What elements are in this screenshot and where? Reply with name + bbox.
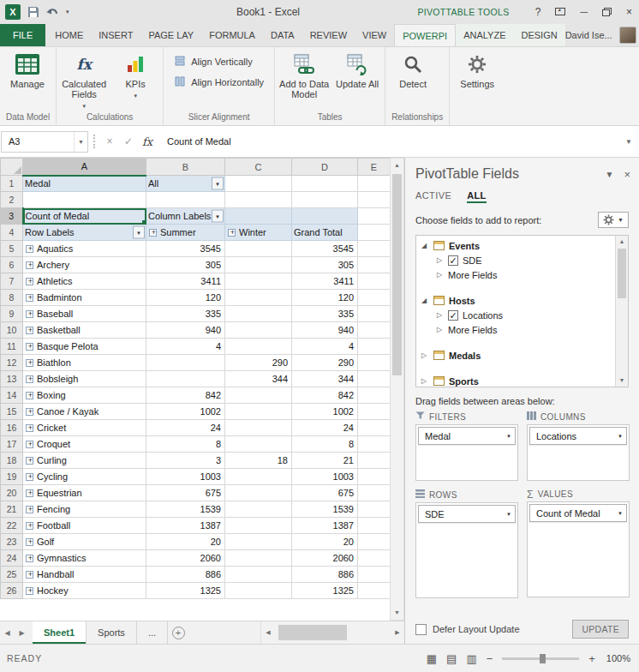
scroll-down-icon[interactable]: ▼	[616, 375, 628, 387]
row-header[interactable]: 26	[1, 583, 23, 599]
formula-bar-splitter[interactable]	[93, 135, 95, 148]
add-sheet-button[interactable]: +	[168, 621, 188, 644]
cell-row-label[interactable]: Badminton	[23, 290, 146, 306]
qat-customize-icon[interactable]: ▾	[66, 9, 69, 15]
cell-row-label[interactable]: Fencing	[23, 501, 146, 518]
cell-row-label[interactable]: Basque Pelota	[23, 339, 146, 355]
help-button[interactable]: ?	[535, 6, 541, 18]
field-label[interactable]: Hosts	[449, 296, 475, 306]
cell-summer-value[interactable]: 305	[146, 257, 225, 273]
cell-grand-total-value[interactable]: 20	[292, 534, 358, 550]
zoom-out-button[interactable]: −	[487, 652, 493, 665]
cell-grand-total-value[interactable]: 3545	[292, 241, 358, 257]
cell-grand-total-value[interactable]: 24	[292, 420, 358, 436]
excel-logo-icon[interactable]: X	[5, 4, 21, 20]
cell[interactable]	[358, 306, 391, 322]
cell[interactable]	[292, 176, 358, 192]
select-all-corner[interactable]	[1, 159, 23, 176]
row-header[interactable]: 17	[1, 436, 23, 453]
cell-winter-value[interactable]	[225, 534, 292, 550]
row-header[interactable]: 15	[1, 404, 23, 420]
scrollbar-thumb[interactable]	[392, 174, 402, 375]
row-header[interactable]: 20	[1, 485, 23, 501]
field-tree-item[interactable]: More Fields	[418, 267, 612, 282]
expand-button[interactable]	[26, 473, 33, 481]
update-all-button[interactable]: Update All	[332, 49, 382, 89]
defer-layout-checkbox[interactable]	[415, 624, 427, 635]
cell[interactable]	[358, 485, 391, 501]
cell[interactable]	[358, 192, 391, 208]
col-header-d[interactable]: D	[292, 159, 358, 176]
field-label[interactable]: More Fields	[448, 325, 497, 335]
cell-grand-total-value[interactable]: 1387	[292, 518, 358, 534]
cell-winter-value[interactable]: 18	[225, 453, 292, 469]
expand-button[interactable]	[26, 359, 33, 367]
row-header[interactable]: 5	[1, 241, 23, 257]
page-layout-view-icon[interactable]: ▤	[446, 652, 457, 665]
field-chip-count-of-medal[interactable]: Count of Medal▼	[529, 504, 627, 522]
cell-summer-value[interactable]: 20	[146, 534, 225, 550]
cell-winter-value[interactable]	[225, 404, 292, 420]
cell-grand-total-value[interactable]: 3411	[292, 273, 358, 290]
cell-row-label[interactable]: Cycling	[23, 469, 146, 485]
cell-row-label[interactable]: Biathlon	[23, 355, 146, 371]
filter-dropdown-icon[interactable]: ▼	[212, 210, 224, 223]
cell-row-label[interactable]: Handball	[23, 567, 146, 583]
sheet-tab[interactable]: ...	[137, 621, 168, 644]
tools-gear-button[interactable]: ▼	[598, 212, 629, 228]
cell[interactable]	[358, 469, 391, 485]
cell[interactable]	[358, 339, 391, 355]
cell-row-label[interactable]: Baseball	[23, 306, 146, 322]
filter-dropdown-icon[interactable]: ▼	[212, 177, 224, 190]
expand-button[interactable]	[26, 375, 33, 383]
col-header-e[interactable]: E	[358, 159, 391, 176]
cell-winter-value[interactable]	[225, 420, 292, 436]
cell-winter-value[interactable]	[225, 273, 292, 290]
cell-summer-value[interactable]: 1003	[146, 469, 225, 485]
cell-summer-value[interactable]: 3	[146, 453, 225, 469]
cell[interactable]	[358, 420, 391, 436]
row-header[interactable]: 16	[1, 420, 23, 436]
field-tree-item[interactable]: Hosts	[418, 293, 612, 308]
cell[interactable]	[23, 192, 146, 208]
expand-button[interactable]	[26, 278, 33, 285]
field-checkbox[interactable]	[448, 255, 458, 266]
row-header[interactable]: 22	[1, 518, 23, 534]
cell-winter-value[interactable]	[225, 469, 292, 485]
sheet-tab[interactable]: Sports	[87, 621, 137, 644]
cell-grand-total-value[interactable]: 886	[292, 567, 358, 583]
cell-summer-value[interactable]: 335	[146, 306, 225, 322]
normal-view-icon[interactable]: ▦	[427, 652, 437, 665]
ribbon-tab[interactable]: DESIGN	[513, 24, 564, 46]
ribbon-display-options-button[interactable]	[555, 6, 565, 18]
pane-options-icon[interactable]: ▼	[606, 170, 614, 179]
cell-grand-total-value[interactable]: 675	[292, 485, 358, 501]
cell-column-labels[interactable]: Column Labels▼	[146, 208, 225, 225]
cell-winter-value[interactable]	[225, 387, 292, 404]
field-tree-item[interactable]: Medals	[418, 348, 612, 363]
row-header[interactable]: 11	[1, 339, 23, 355]
cell-row-label[interactable]: Aquatics	[23, 241, 146, 257]
cell-grand-total-value[interactable]: 21	[292, 453, 358, 469]
name-box-dropdown-icon[interactable]: ▼	[74, 132, 87, 152]
field-label[interactable]: Events	[449, 241, 480, 251]
field-label[interactable]: SDE	[463, 255, 482, 266]
expand-button[interactable]	[26, 522, 33, 530]
update-button[interactable]: UPDATE	[572, 620, 629, 639]
minimize-button[interactable]: ─	[580, 6, 588, 18]
cell[interactable]	[358, 322, 391, 339]
row-header[interactable]: 23	[1, 534, 23, 550]
expand-button[interactable]	[26, 392, 33, 399]
cell-grand-total-value[interactable]: 305	[292, 257, 358, 273]
cell[interactable]	[358, 387, 391, 404]
row-header[interactable]: 21	[1, 501, 23, 518]
cell-summer-value[interactable]: 1539	[146, 501, 225, 518]
cell-summer-value[interactable]: 1387	[146, 518, 225, 534]
cell-row-label[interactable]: Canoe / Kayak	[23, 404, 146, 420]
cell-winter-value[interactable]	[225, 306, 292, 322]
cell-summer-value[interactable]: 675	[146, 485, 225, 501]
cell-summer-value[interactable]: 1002	[146, 404, 225, 420]
kpis-button[interactable]: KPIs ▼	[110, 49, 160, 101]
cell-row-label[interactable]: Basketball	[23, 322, 146, 339]
cell-winter-value[interactable]	[225, 583, 292, 599]
